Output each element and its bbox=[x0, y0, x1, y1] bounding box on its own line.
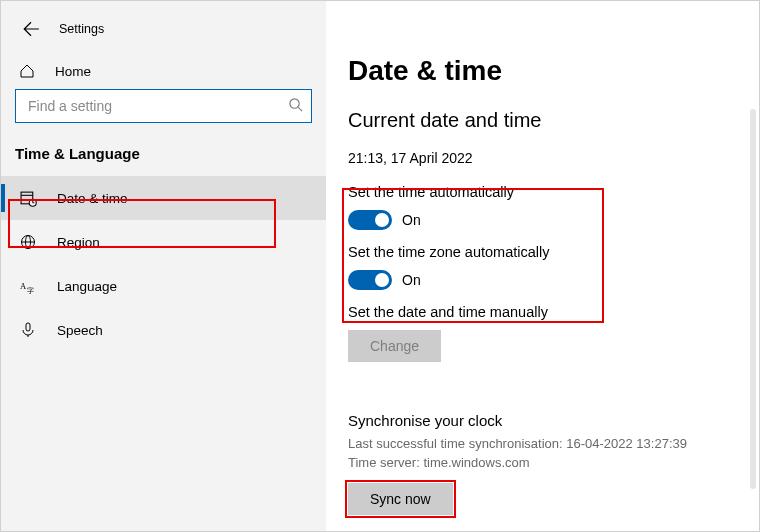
search-icon bbox=[288, 97, 303, 115]
sidebar-item-label: Language bbox=[57, 279, 117, 294]
sidebar-item-home[interactable]: Home bbox=[1, 53, 326, 89]
auto-zone-toggle[interactable] bbox=[348, 270, 392, 290]
home-label: Home bbox=[55, 64, 91, 79]
svg-text:A: A bbox=[20, 280, 27, 290]
search-input[interactable] bbox=[15, 89, 312, 123]
manual-label: Set the date and time manually bbox=[348, 304, 743, 320]
auto-time-label: Set the time automatically bbox=[348, 184, 743, 200]
scrollbar[interactable] bbox=[750, 109, 756, 489]
svg-line-5 bbox=[298, 107, 302, 111]
sidebar-item-date-time[interactable]: Date & time bbox=[1, 176, 326, 220]
svg-point-4 bbox=[290, 99, 299, 108]
sync-heading: Synchronise your clock bbox=[348, 412, 743, 429]
sidebar-item-speech[interactable]: Speech bbox=[1, 308, 326, 352]
sidebar: Settings Home Time & Language Date & tim… bbox=[1, 1, 326, 531]
sync-server: Time server: time.windows.com bbox=[348, 454, 743, 473]
sidebar-section-label: Time & Language bbox=[1, 135, 326, 176]
language-icon: A字 bbox=[19, 277, 37, 295]
auto-zone-state: On bbox=[402, 272, 421, 288]
window-title: Settings bbox=[59, 22, 104, 36]
sync-last: Last successful time synchronisation: 16… bbox=[348, 435, 743, 454]
sync-now-button[interactable]: Sync now bbox=[348, 483, 453, 515]
microphone-icon bbox=[19, 321, 37, 339]
auto-time-state: On bbox=[402, 212, 421, 228]
home-icon bbox=[19, 63, 35, 79]
sidebar-item-label: Region bbox=[57, 235, 100, 250]
page-title: Date & time bbox=[348, 55, 743, 87]
main-content: Date & time Current date and time 21:13,… bbox=[326, 1, 759, 531]
sidebar-item-language[interactable]: A字 Language bbox=[1, 264, 326, 308]
sidebar-item-region[interactable]: Region bbox=[1, 220, 326, 264]
svg-rect-14 bbox=[26, 323, 30, 331]
change-button: Change bbox=[348, 330, 441, 362]
auto-time-toggle[interactable] bbox=[348, 210, 392, 230]
current-datetime: 21:13, 17 April 2022 bbox=[348, 150, 743, 166]
sidebar-item-label: Date & time bbox=[57, 191, 128, 206]
calendar-clock-icon bbox=[19, 189, 37, 207]
globe-icon bbox=[19, 233, 37, 251]
search-field[interactable] bbox=[26, 97, 288, 115]
back-button[interactable] bbox=[17, 15, 45, 43]
page-subtitle: Current date and time bbox=[348, 109, 743, 132]
svg-text:字: 字 bbox=[27, 285, 34, 294]
auto-zone-label: Set the time zone automatically bbox=[348, 244, 743, 260]
sidebar-item-label: Speech bbox=[57, 323, 103, 338]
